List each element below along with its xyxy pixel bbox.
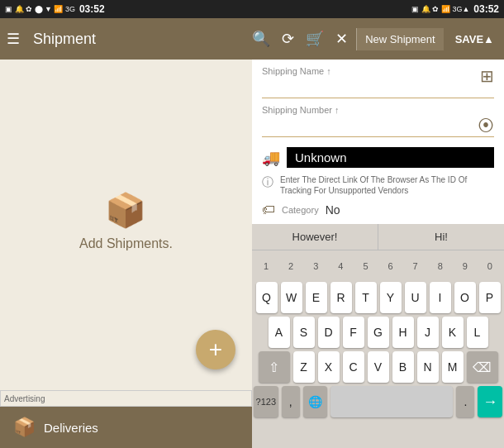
package-icon-large: 📦	[105, 191, 146, 230]
barcode-icon[interactable]: ⦿	[478, 117, 494, 136]
delete-key[interactable]: ⌫	[467, 351, 498, 383]
fab-add-button[interactable]: +	[196, 330, 235, 369]
kb-hint-2: 2	[279, 254, 302, 279]
menu-icon[interactable]: ☰	[7, 30, 20, 48]
kb-hint-6: 6	[379, 254, 402, 279]
kb-hint-1: 1	[254, 254, 278, 279]
key-h[interactable]: H	[392, 317, 414, 348]
category-row: 🏷 Category No	[262, 199, 494, 221]
right-panel: Shipping Name ↑ ⊞ Shipping Number ↑ ⦿ 🚚 …	[252, 60, 504, 448]
keyboard-row-2: A S D F G H J K L	[254, 317, 502, 348]
info-text: Enter The Direct Link Of The Browser As …	[280, 174, 494, 196]
period-key[interactable]: .	[456, 386, 474, 417]
comma-key[interactable]: ,	[282, 386, 300, 417]
add-shipment-area: 📦 Add Shipments.	[79, 191, 173, 251]
kb-hint-8: 8	[429, 254, 452, 279]
key-u[interactable]: U	[405, 282, 426, 313]
key-y[interactable]: Y	[380, 282, 402, 313]
shipping-number-field: Shipping Number ↑ ⦿	[262, 105, 494, 137]
form-area: Shipping Name ↑ ⊞ Shipping Number ↑ ⦿ 🚚 …	[252, 60, 504, 224]
key-w[interactable]: W	[281, 282, 302, 313]
app-bar-actions: 🔍 ⟳ 🛒 ✕	[252, 30, 348, 48]
carrier-row: 🚚 Unknown	[262, 144, 494, 171]
kb-hint-7: 7	[404, 254, 427, 279]
info-row: ⓘ Enter The Direct Link Of The Browser A…	[262, 171, 494, 199]
status-bar: ▣ 🔔 ✿ ⬤ ▼ 📶 3G 03:52 ▣ 🔔 ✿ 📶 3G▲ 03:52	[0, 0, 504, 18]
key-t[interactable]: T	[355, 282, 377, 313]
new-shipment-button[interactable]: New Shipment	[356, 28, 444, 50]
main-content: 📦 Add Shipments. + Advertising 📦 Deliver…	[0, 60, 504, 448]
keyboard-numbers-row: 1 2 3 4 5 6 7 8 9 0	[254, 254, 502, 279]
advertising-label: Advertising	[4, 394, 45, 403]
key-s[interactable]: S	[293, 317, 315, 348]
enter-key[interactable]: →	[478, 386, 502, 417]
suggest-hi[interactable]: Hi!	[378, 224, 504, 250]
app-bar: ☰ Shipment 🔍 ⟳ 🛒 ✕ New Shipment SAVE▲	[0, 18, 504, 60]
status-bar-right: ▣ 🔔 ✿ 📶 3G▲ 03:52	[411, 3, 499, 15]
shipping-name-input[interactable]	[262, 78, 494, 98]
keyboard-row-4: ?123 , 🌐 . →	[254, 386, 502, 417]
status-icons-right: ▣ 🔔 ✿ 📶 3G▲	[411, 5, 469, 13]
key-n[interactable]: N	[417, 351, 439, 383]
num-switch-key[interactable]: ?123	[254, 386, 278, 417]
key-g[interactable]: G	[368, 317, 389, 348]
info-icon: ⓘ	[262, 175, 273, 190]
save-button[interactable]: SAVE▲	[452, 28, 497, 50]
suggest-however[interactable]: However!	[252, 224, 378, 250]
kb-hint-9: 9	[454, 254, 477, 279]
key-o[interactable]: O	[454, 282, 476, 313]
shipping-number-label: Shipping Number ↑	[262, 105, 494, 115]
key-k[interactable]: K	[442, 317, 464, 348]
shift-key[interactable]: ⇧	[259, 351, 290, 383]
truck-icon: 🚚	[262, 149, 280, 167]
key-d[interactable]: D	[318, 317, 340, 348]
tag-icon: 🏷	[262, 203, 275, 217]
key-p[interactable]: P	[479, 282, 501, 313]
status-time-left: 03:52	[79, 3, 105, 15]
key-q[interactable]: Q	[256, 282, 278, 313]
keyboard-row-3: ⇧ Z X C V B N M ⌫	[254, 351, 502, 383]
add-shipment-text: Add Shipments.	[79, 236, 173, 251]
kb-hint-4: 4	[329, 254, 352, 279]
status-icons-left: ▣ 🔔 ✿ ⬤ ▼ 📶 3G	[5, 5, 75, 13]
deliveries-nav-icon: 📦	[13, 417, 36, 438]
key-j[interactable]: J	[417, 317, 439, 348]
shipping-name-label: Shipping Name ↑	[262, 66, 494, 76]
close-icon[interactable]: ✕	[335, 30, 348, 48]
left-panel: 📦 Add Shipments. + Advertising 📦 Deliver…	[0, 60, 252, 448]
status-time-right: 03:52	[473, 3, 499, 15]
key-z[interactable]: Z	[293, 351, 315, 383]
category-value: No	[326, 203, 340, 217]
key-f[interactable]: F	[343, 317, 364, 348]
keyboard-row-1: Q W E R T Y U I O P	[254, 282, 502, 313]
history-icon[interactable]: ⟳	[282, 30, 294, 48]
kb-hint-3: 3	[304, 254, 327, 279]
key-x[interactable]: X	[318, 351, 340, 383]
key-b[interactable]: B	[392, 351, 414, 383]
app-title: Shipment	[33, 31, 244, 48]
shipping-number-input[interactable]	[262, 117, 494, 137]
keyboard-suggestions: However! Hi!	[252, 224, 504, 250]
advertising-bar: Advertising	[0, 390, 252, 407]
kb-hint-5: 5	[354, 254, 377, 279]
cart-icon[interactable]: 🛒	[306, 30, 324, 48]
key-r[interactable]: R	[330, 282, 352, 313]
bottom-nav[interactable]: 📦 Deliveries	[0, 407, 252, 448]
deliveries-nav-label: Deliveries	[44, 421, 98, 435]
search-icon[interactable]: 🔍	[252, 30, 270, 48]
keyboard-area: 1 2 3 4 5 6 7 8 9 0 Q W E R T Y U I	[252, 250, 504, 448]
status-bar-left: ▣ 🔔 ✿ ⬤ ▼ 📶 3G 03:52	[5, 3, 105, 15]
qr-icon[interactable]: ⊞	[480, 66, 494, 86]
key-m[interactable]: M	[442, 351, 464, 383]
key-l[interactable]: L	[467, 317, 488, 348]
category-label: Category	[282, 205, 319, 215]
key-e[interactable]: E	[306, 282, 327, 313]
key-i[interactable]: I	[430, 282, 451, 313]
kb-hint-0: 0	[478, 254, 502, 279]
space-key[interactable]	[330, 386, 453, 417]
carrier-value: Unknown	[287, 147, 494, 168]
globe-key[interactable]: 🌐	[303, 386, 328, 417]
key-c[interactable]: C	[343, 351, 364, 383]
key-a[interactable]: A	[269, 317, 290, 348]
key-v[interactable]: V	[368, 351, 389, 383]
